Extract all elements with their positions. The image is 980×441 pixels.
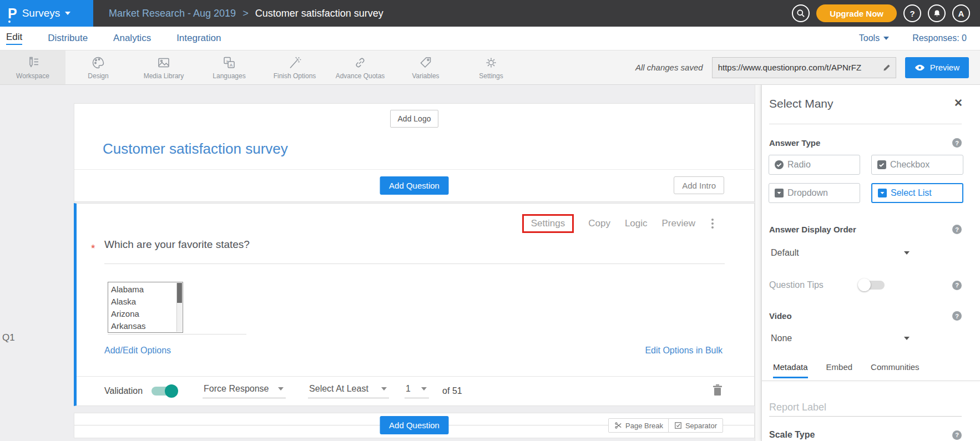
answer-type-checkbox[interactable]: Checkbox xyxy=(871,155,963,175)
page-break-button[interactable]: Page Break xyxy=(608,418,669,433)
tab-embed[interactable]: Embed xyxy=(826,362,853,378)
avatar[interactable]: A xyxy=(952,4,970,22)
canvas-scrollbar-track[interactable] xyxy=(755,85,761,441)
question-preview-button[interactable]: Preview xyxy=(662,218,695,229)
answer-type-label: Answer Type xyxy=(769,138,820,148)
bell-icon xyxy=(932,9,942,18)
question-logic-button[interactable]: Logic xyxy=(625,218,648,229)
avatar-initial: A xyxy=(958,9,964,18)
kebab-menu-icon[interactable] xyxy=(710,217,715,230)
answer-type-option-label: Select List xyxy=(891,188,932,198)
edit-url-button[interactable] xyxy=(878,58,896,78)
preview-button[interactable]: Preview xyxy=(905,57,969,78)
add-question-button-top[interactable]: Add Question xyxy=(380,176,449,195)
question-settings-button[interactable]: Settings xyxy=(522,214,574,233)
question-copy-button[interactable]: Copy xyxy=(588,218,610,229)
responses-count[interactable]: Responses: 0 xyxy=(912,33,967,43)
report-label-input[interactable] xyxy=(769,399,962,417)
validation-rule-value: Force Response xyxy=(204,384,269,394)
survey-title[interactable]: Customer satisfaction survey xyxy=(103,140,288,158)
listbox-scrollbar[interactable] xyxy=(176,283,182,332)
add-edit-options-link[interactable]: Add/Edit Options xyxy=(104,346,171,356)
help-icon[interactable]: ? xyxy=(952,225,962,234)
checkbox-icon xyxy=(674,422,682,429)
delete-question-button[interactable] xyxy=(710,382,725,401)
states-listbox[interactable]: Alabama Alaska Arizona Arkansas xyxy=(108,282,183,333)
scrollbar-thumb[interactable] xyxy=(177,283,182,303)
breadcrumb-folder[interactable]: Market Research - Aug 2019 xyxy=(109,8,236,19)
video-dropdown[interactable]: None xyxy=(771,333,910,343)
answer-display-order-value: Default xyxy=(771,248,799,258)
add-logo-button[interactable]: Add Logo xyxy=(390,110,439,128)
dropdown-box-icon xyxy=(774,188,784,198)
help-icon[interactable]: ? xyxy=(952,138,962,148)
toolbar-item-design[interactable]: Design xyxy=(65,50,131,84)
preview-label: Preview xyxy=(930,63,959,72)
survey-url-input[interactable] xyxy=(713,63,878,72)
search-button[interactable] xyxy=(792,4,810,22)
validation-condition-dropdown[interactable]: Select At Least xyxy=(308,384,389,398)
radio-check-icon xyxy=(774,160,784,170)
answer-type-radio[interactable]: Radio xyxy=(769,155,860,175)
toolbar-item-languages[interactable]: xA Languages xyxy=(196,50,262,84)
answer-display-order-label: Answer Display Order xyxy=(769,225,856,234)
close-panel-button[interactable]: ✕ xyxy=(954,98,963,108)
answer-type-select-list[interactable]: Select List xyxy=(871,183,963,203)
answer-type-header: Answer Type ? xyxy=(769,138,962,148)
breadcrumb-separator: > xyxy=(243,8,249,19)
listbox-option[interactable]: Arizona xyxy=(111,308,183,320)
toolbar-item-label: Media Library xyxy=(144,72,184,80)
help-icon[interactable]: ? xyxy=(952,311,962,321)
divider xyxy=(769,124,962,124)
question-number: Q1 xyxy=(2,332,15,343)
chevron-down-icon xyxy=(883,37,889,40)
upgrade-now-button[interactable]: Upgrade Now xyxy=(816,4,897,22)
tab-communities[interactable]: Communities xyxy=(871,362,920,378)
question-text[interactable]: Which are your favorite states? xyxy=(104,239,250,251)
separator-button[interactable]: Separator xyxy=(668,418,723,433)
toolbar-item-advance-quotas[interactable]: Advance Quotas xyxy=(327,50,393,84)
toolbar-item-label: Advance Quotas xyxy=(336,72,385,80)
palette-icon xyxy=(91,55,105,70)
notifications-button[interactable] xyxy=(928,4,946,22)
add-question-button-bottom[interactable]: Add Question xyxy=(380,416,449,434)
toolbar-item-label: Settings xyxy=(479,72,503,80)
answer-display-order-dropdown[interactable]: Default xyxy=(771,248,910,258)
help-icon[interactable]: ? xyxy=(952,430,962,440)
listbox-option[interactable]: Alabama xyxy=(111,283,183,296)
divider xyxy=(762,381,980,381)
tab-metadata[interactable]: Metadata xyxy=(773,362,808,378)
help-button[interactable]: ? xyxy=(903,4,921,22)
toolbar-item-settings[interactable]: Settings xyxy=(458,50,524,84)
add-intro-button[interactable]: Add Intro xyxy=(674,176,724,194)
validation-toggle[interactable] xyxy=(151,387,177,396)
tab-distribute[interactable]: Distribute xyxy=(48,33,88,44)
answer-type-option-label: Radio xyxy=(787,160,811,170)
toolbar-item-finish-options[interactable]: Finish Options xyxy=(262,50,327,84)
help-icon[interactable]: ? xyxy=(952,281,962,290)
questionpro-logo-icon: P xyxy=(8,7,17,21)
question-tips-toggle[interactable] xyxy=(859,281,885,290)
listbox-option[interactable]: Arkansas xyxy=(111,320,183,332)
validation-of-total: of 51 xyxy=(442,386,462,396)
answer-type-dropdown[interactable]: Dropdown xyxy=(769,183,860,203)
question-card: Settings Copy Logic Preview * Which are … xyxy=(74,203,755,406)
search-icon xyxy=(796,8,806,18)
validation-rule-dropdown[interactable]: Force Response xyxy=(203,384,286,398)
tab-analytics[interactable]: Analytics xyxy=(113,33,151,44)
validation-count-dropdown[interactable]: 1 xyxy=(405,384,429,398)
brand-menu[interactable]: P Surveys xyxy=(0,0,93,27)
question-settings-panel: Select Many ✕ Answer Type ? Radio Checkb… xyxy=(761,85,980,441)
workspace-icon xyxy=(26,55,40,70)
tab-integration[interactable]: Integration xyxy=(176,33,221,44)
edit-options-in-bulk-link[interactable]: Edit Options in Bulk xyxy=(645,346,723,356)
magic-wand-icon xyxy=(287,55,302,70)
toolbar-item-media-library[interactable]: Media Library xyxy=(131,50,196,84)
tools-dropdown[interactable]: Tools xyxy=(859,33,889,43)
page-break-icon xyxy=(614,422,622,429)
toolbar-item-variables[interactable]: Variables xyxy=(393,50,458,84)
tab-edit[interactable]: Edit xyxy=(6,32,22,45)
toolbar-item-workspace[interactable]: Workspace xyxy=(0,50,65,84)
listbox-option[interactable]: Alaska xyxy=(111,296,183,308)
survey-nav-tabs: Edit Distribute Analytics Integration To… xyxy=(0,27,980,50)
